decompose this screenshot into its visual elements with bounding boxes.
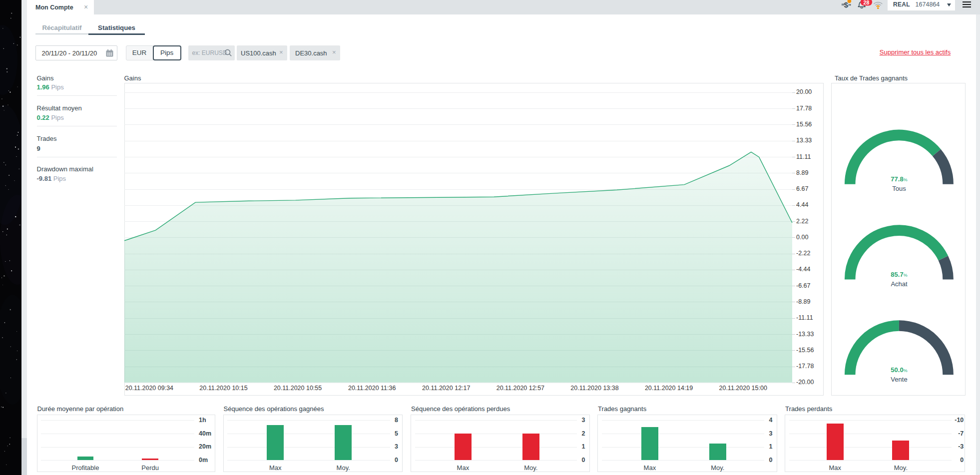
svg-text:$: $ xyxy=(844,0,848,9)
svg-text:28: 28 xyxy=(864,0,870,5)
